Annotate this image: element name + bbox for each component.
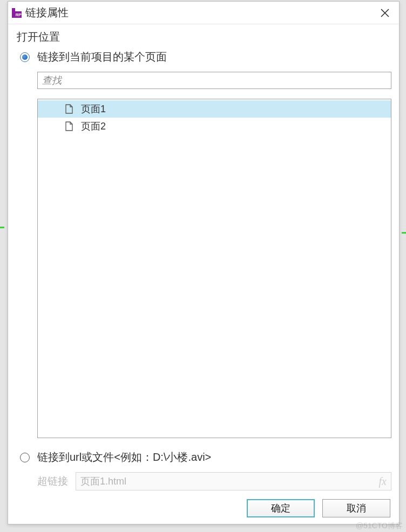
button-row: 确定 取消 <box>16 499 391 517</box>
page-list-item[interactable]: 页面1 <box>38 100 391 118</box>
link-properties-dialog: RP 链接属性 打开位置 链接到当前项目的某个页面 页面1页面2 链接到url或… <box>8 1 400 524</box>
page-icon <box>64 121 75 132</box>
page-list-item[interactable]: 页面2 <box>38 118 391 135</box>
page-icon <box>64 104 75 114</box>
svg-rect-0 <box>12 8 15 18</box>
close-icon <box>380 8 390 18</box>
background-mark-right <box>402 232 406 234</box>
ok-button[interactable]: 确定 <box>247 499 315 517</box>
page-item-label: 页面1 <box>81 103 106 115</box>
watermark: @51CTO博客 <box>356 521 403 531</box>
cancel-button[interactable]: 取消 <box>322 499 390 517</box>
svg-text:RP: RP <box>15 12 22 17</box>
hyperlink-row: 超链接 fx <box>37 472 391 490</box>
radio-option-link-url[interactable]: 链接到url或文件<例如：D:\小楼.avi> <box>20 450 391 465</box>
search-input[interactable] <box>37 72 391 89</box>
dialog-title: 链接属性 <box>25 5 375 20</box>
hyperlink-label: 超链接 <box>37 474 68 488</box>
fx-icon[interactable]: fx <box>378 475 388 488</box>
page-link-section: 页面1页面2 <box>37 72 391 438</box>
close-button[interactable] <box>375 3 395 23</box>
titlebar: RP 链接属性 <box>8 2 399 24</box>
dialog-content: 打开位置 链接到当前项目的某个页面 页面1页面2 链接到url或文件<例如：D:… <box>8 24 399 524</box>
page-list[interactable]: 页面1页面2 <box>37 99 391 438</box>
background-mark-left <box>0 227 4 228</box>
hyperlink-input <box>80 476 378 487</box>
app-icon: RP <box>11 8 22 18</box>
radio-link-url-input[interactable] <box>20 453 30 462</box>
open-location-label: 打开位置 <box>17 30 391 44</box>
radio-link-page-input[interactable] <box>20 52 30 62</box>
radio-link-url-label: 链接到url或文件<例如：D:\小楼.avi> <box>37 450 211 465</box>
page-item-label: 页面2 <box>81 120 106 133</box>
hyperlink-input-wrap: fx <box>76 472 391 490</box>
radio-option-link-page[interactable]: 链接到当前项目的某个页面 <box>20 50 391 64</box>
radio-link-page-label: 链接到当前项目的某个页面 <box>37 50 167 64</box>
